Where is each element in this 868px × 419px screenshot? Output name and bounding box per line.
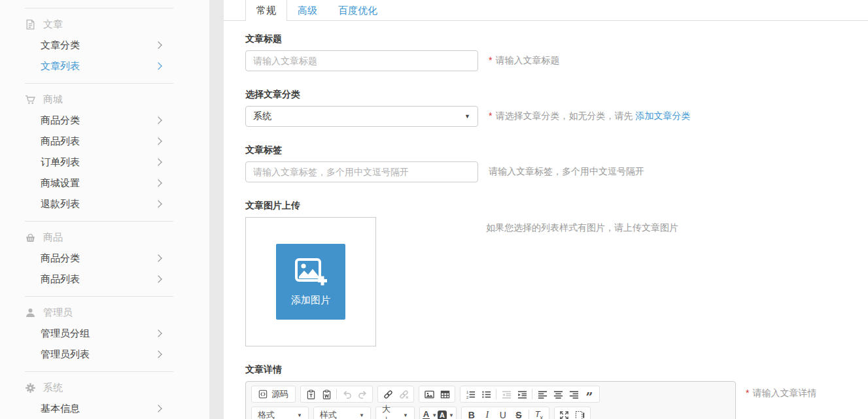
paste-word-icon [322, 390, 332, 399]
sidebar-item-goods-category[interactable]: 商品分类 [0, 110, 209, 131]
selected-category-value: 系统 [253, 110, 271, 122]
increase-indent-button[interactable] [514, 387, 530, 401]
paste-text-button[interactable] [303, 387, 319, 401]
article-image-label: 文章图片上传 [245, 199, 868, 211]
bg-color-button[interactable]: A ▼ [438, 408, 454, 419]
toolbar-group-insert [419, 386, 455, 403]
align-left-icon [538, 390, 547, 399]
sidebar-header-system: 系统 [0, 377, 209, 398]
sidebar-section-admin: 管理员 管理员分组 管理员列表 [0, 297, 209, 371]
bold-button[interactable]: B [464, 408, 479, 419]
show-blocks-icon [575, 411, 585, 419]
link-icon [383, 390, 393, 399]
chevron-right-icon [154, 350, 162, 358]
editor-toolbar-row-2: 格式 ▼ 样式 ▼ 大小 ▼ [246, 403, 735, 419]
numbered-list-button[interactable]: 12 [462, 387, 478, 401]
sidebar-section-article: 文章 文章分类 文章列表 [0, 8, 209, 83]
sidebar-item-product-category[interactable]: 商品分类 [0, 248, 209, 269]
chevron-right-icon [154, 275, 162, 282]
italic-button[interactable]: I [479, 408, 495, 419]
decrease-indent-button[interactable] [498, 387, 514, 401]
article-form: 文章标题 *请输入文章标题 选择文章分类 系统 ▼ *请选 [224, 33, 868, 419]
source-icon [258, 390, 268, 399]
maximize-icon [559, 411, 569, 419]
article-detail-hint: *请输入文章详情 [746, 381, 816, 399]
redo-icon [358, 390, 368, 399]
article-category-select[interactable]: 系统 ▼ [245, 106, 478, 127]
toolbar-separator [496, 389, 496, 399]
image-icon [425, 390, 434, 399]
blockquote-button[interactable]: ” [582, 387, 597, 401]
required-asterisk: * [489, 55, 492, 65]
chevron-right-icon [154, 137, 162, 144]
field-article-category: 选择文章分类 系统 ▼ *请选择文章分类，如无分类，请先添加文章分类 [245, 88, 868, 127]
sidebar-item-product-list[interactable]: 商品列表 [0, 269, 209, 290]
align-center-button[interactable] [550, 387, 566, 401]
redo-button[interactable] [355, 387, 370, 401]
unlink-button[interactable] [396, 387, 411, 401]
sidebar-item-mall-settings[interactable]: 商城设置 [0, 173, 209, 193]
toolbar-group-clipboard [300, 386, 373, 403]
insert-table-button[interactable] [437, 387, 453, 401]
underline-button[interactable]: U [495, 408, 511, 419]
sidebar-section-mall: 商城 商品分类 商品列表 订单列表 商城设置 退款列表 [0, 84, 209, 221]
article-detail-label: 文章详情 [245, 363, 868, 375]
chevron-right-icon [154, 200, 162, 207]
add-category-link[interactable]: 添加文章分类 [635, 110, 690, 121]
tab-baidu-seo[interactable]: 百度优化 [328, 0, 388, 21]
tab-general[interactable]: 常规 [245, 0, 287, 21]
blockquote-icon: ” [586, 388, 593, 400]
article-image-hint: 如果您选择的列表样式有图片，请上传文章图片 [486, 217, 678, 234]
sidebar-item-refund-list[interactable]: 退款列表 [0, 193, 209, 214]
toolbar-group-link [377, 386, 414, 403]
sidebar-item-article-list[interactable]: 文章列表 [0, 56, 209, 76]
bg-color-icon: A [438, 411, 447, 419]
article-icon [25, 19, 36, 30]
article-category-label: 选择文章分类 [245, 88, 868, 100]
tab-advanced[interactable]: 高级 [287, 0, 328, 21]
main-content: 常规 高级 百度优化 文章标题 *请输入文章标题 选择文章分类 [224, 0, 868, 419]
styles-dropdown[interactable]: 样式 ▼ [313, 407, 371, 419]
bulleted-list-button[interactable] [478, 387, 494, 401]
text-color-button[interactable]: A ▼ [422, 408, 438, 419]
chevron-down-icon: ▼ [432, 412, 437, 418]
align-right-button[interactable] [566, 387, 582, 401]
link-button[interactable] [380, 387, 396, 401]
article-edit-page: 文章 文章分类 文章列表 商城 商品分类 [0, 0, 868, 419]
chevron-right-icon [154, 254, 162, 261]
size-dropdown[interactable]: 大小 ▼ [375, 407, 415, 419]
undo-button[interactable] [339, 387, 355, 401]
article-category-hint: *请选择文章分类，如无分类，请先添加文章分类 [489, 110, 690, 122]
chevron-right-icon [154, 62, 162, 69]
paste-word-button[interactable] [319, 387, 334, 401]
editor-toolbar-row-1: 源码 [246, 382, 735, 403]
insert-image-button[interactable] [421, 387, 437, 401]
toolbar-group-tools [554, 407, 591, 419]
sidebar-item-order-list[interactable]: 订单列表 [0, 152, 209, 173]
article-tags-label: 文章标签 [245, 144, 868, 156]
chevron-right-icon [154, 329, 162, 337]
image-plus-icon [294, 258, 327, 288]
align-left-button[interactable] [534, 387, 550, 401]
sidebar-header-label: 文章 [43, 18, 63, 31]
strikethrough-button[interactable]: S [511, 408, 527, 419]
required-asterisk: * [746, 388, 749, 398]
sidebar-item-article-category[interactable]: 文章分类 [0, 35, 209, 56]
source-button[interactable]: 源码 [254, 387, 293, 401]
image-upload-dropzone[interactable]: 添加图片 [245, 217, 376, 346]
sidebar-section-goods: 商品 商品分类 商品列表 [0, 222, 209, 296]
show-blocks-button[interactable] [572, 408, 588, 419]
sidebar-item-admin-group[interactable]: 管理员分组 [0, 323, 209, 344]
indent-icon [517, 390, 527, 399]
sidebar-item-goods-list[interactable]: 商品列表 [0, 131, 209, 152]
maximize-button[interactable] [557, 408, 572, 419]
article-tags-input[interactable] [245, 161, 478, 182]
remove-format-button[interactable]: Tx [531, 408, 547, 419]
sidebar-item-admin-list[interactable]: 管理员列表 [0, 344, 209, 365]
add-image-button[interactable]: 添加图片 [276, 244, 345, 320]
article-title-input[interactable] [245, 50, 478, 71]
format-dropdown[interactable]: 格式 ▼ [251, 407, 309, 419]
undo-icon [342, 390, 352, 399]
sidebar-header-article: 文章 [0, 14, 209, 35]
sidebar-item-basic-info[interactable]: 基本信息 [0, 398, 209, 419]
